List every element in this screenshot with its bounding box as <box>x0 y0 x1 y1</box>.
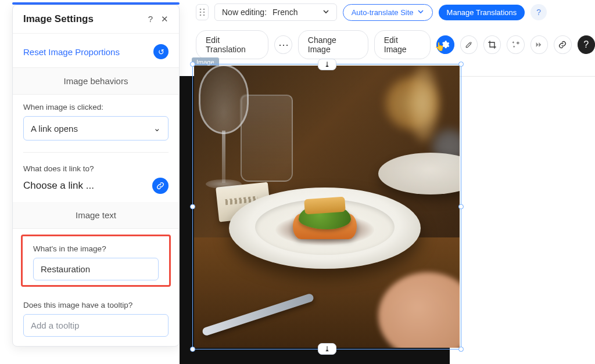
auto-translate-button[interactable]: Auto-translate Site <box>343 4 433 21</box>
label-link-to: What does it link to? <box>13 164 179 178</box>
undo-icon[interactable]: ↺ <box>153 44 169 59</box>
drag-handle-icon[interactable] <box>196 4 209 20</box>
choose-link-value[interactable]: Choose a link ... <box>23 180 94 192</box>
animation-icon[interactable] <box>531 35 548 54</box>
svg-point-0 <box>200 9 202 10</box>
image-settings-panel: Image Settings ? ✕ Reset Image Proportio… <box>12 5 180 347</box>
change-image-button[interactable]: Change Image <box>298 30 368 59</box>
chevron-down-icon <box>417 8 424 17</box>
language-selector[interactable]: Now editing: French <box>214 3 337 21</box>
top-toolbar: Now editing: French Auto-translate Site … <box>196 3 547 21</box>
svg-point-3 <box>203 12 205 13</box>
label-whats-in-image: What's in the image? <box>25 241 167 258</box>
crop-icon[interactable] <box>483 35 501 54</box>
link-icon[interactable] <box>554 35 571 54</box>
panel-title: Image Settings <box>23 13 94 25</box>
edit-translation-button[interactable]: Edit Translation <box>196 30 268 59</box>
editing-prefix: Now editing: <box>222 8 267 17</box>
whats-in-image-input[interactable]: Restauration <box>33 258 159 280</box>
reset-proportions-link[interactable]: Reset Image Proportions <box>23 47 120 57</box>
edit-image-button[interactable]: Edit Image <box>374 30 431 59</box>
label-when-clicked: When image is clicked: <box>13 95 179 116</box>
magic-icon[interactable] <box>507 35 524 54</box>
chevron-down-icon <box>322 8 329 17</box>
tooltip-input[interactable]: Add a tooltip <box>23 314 169 337</box>
link-icon[interactable] <box>152 178 169 194</box>
selected-image[interactable] <box>194 66 460 348</box>
section-image-behaviors: Image behaviors <box>13 68 179 95</box>
close-icon[interactable]: ✕ <box>161 14 169 24</box>
brush-icon[interactable] <box>460 35 478 54</box>
svg-point-5 <box>203 15 205 16</box>
editing-language: French <box>273 8 298 17</box>
manage-translations-button[interactable]: Manage Translations <box>439 5 525 20</box>
chevron-down-icon: ⌄ <box>153 123 161 134</box>
label-tooltip: Does this image have a tooltip? <box>13 293 179 314</box>
when-clicked-select[interactable]: A link opens ⌄ <box>23 116 169 140</box>
toolbar-help-icon[interactable]: ? <box>578 35 595 54</box>
whats-in-image-group: What's in the image? Restauration <box>21 235 171 287</box>
svg-point-2 <box>200 12 202 13</box>
svg-point-4 <box>200 15 202 16</box>
section-image-text: Image text <box>13 202 179 229</box>
when-clicked-value: A link opens <box>31 124 78 134</box>
help-icon[interactable]: ? <box>531 4 547 20</box>
more-options-icon[interactable]: ⋯ <box>274 35 292 54</box>
settings-gear-icon[interactable] <box>436 35 454 54</box>
svg-point-1 <box>203 9 205 10</box>
help-icon[interactable]: ? <box>148 14 153 24</box>
image-toolbar: Edit Translation ⋯ Change Image Edit Ima… <box>196 30 595 59</box>
